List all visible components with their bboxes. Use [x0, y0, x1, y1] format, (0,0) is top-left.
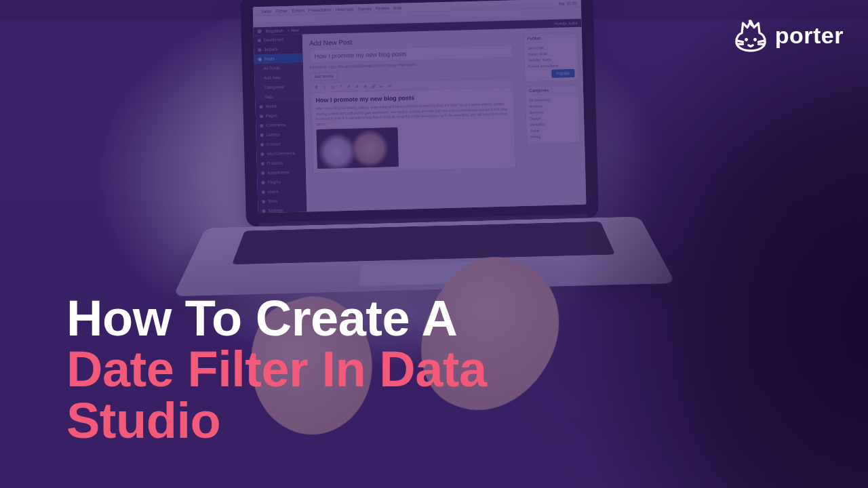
svg-point-0: [745, 38, 748, 41]
headline-line-2: Date Filter In Data: [66, 344, 570, 394]
porter-cat-icon: [733, 18, 768, 53]
hero-card: Safari Fichier Édition Présentation Hist…: [0, 0, 868, 488]
brand-wordmark: porter: [775, 22, 844, 49]
headline: How To Create A Date Filter In Data Stud…: [66, 293, 570, 446]
svg-point-1: [753, 38, 757, 41]
brand-logo: porter: [733, 18, 844, 53]
headline-line-3: Studio: [66, 395, 570, 446]
headline-line-1: How To Create A: [66, 293, 570, 344]
